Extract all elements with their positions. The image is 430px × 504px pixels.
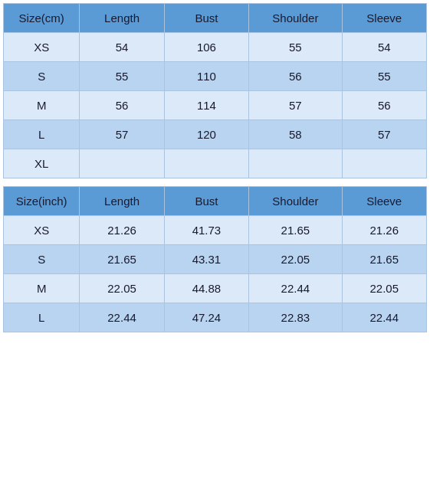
cm-cell-3-3: 58 bbox=[249, 120, 342, 149]
cm-cell-4-0: XL bbox=[4, 149, 80, 178]
cm-cell-2-0: M bbox=[4, 91, 80, 120]
cm-cell-3-1: 57 bbox=[80, 120, 164, 149]
inch-cell-3-1: 22.44 bbox=[80, 303, 164, 332]
cm-cell-4-1 bbox=[80, 149, 164, 178]
inch-cell-1-4: 21.65 bbox=[342, 245, 426, 274]
cm-cell-2-3: 57 bbox=[249, 91, 342, 120]
cm-cell-4-3 bbox=[249, 149, 342, 178]
inch-cell-1-1: 21.65 bbox=[80, 245, 164, 274]
cm-cell-1-1: 55 bbox=[80, 62, 164, 91]
inch-cell-3-4: 22.44 bbox=[342, 303, 426, 332]
inch-cell-3-0: L bbox=[4, 303, 80, 332]
inch-cell-2-2: 44.88 bbox=[164, 274, 248, 303]
cm-cell-2-2: 114 bbox=[164, 91, 248, 120]
cm-header-4: Sleeve bbox=[342, 4, 426, 33]
inch-cell-0-1: 21.26 bbox=[80, 216, 164, 245]
cm-cell-2-4: 56 bbox=[342, 91, 426, 120]
cm-cell-4-2 bbox=[164, 149, 248, 178]
cm-cell-0-1: 54 bbox=[80, 33, 164, 62]
inch-cell-1-2: 43.31 bbox=[164, 245, 248, 274]
inch-cell-0-0: XS bbox=[4, 216, 80, 245]
inch-cell-3-2: 47.24 bbox=[164, 303, 248, 332]
cm-cell-1-2: 110 bbox=[164, 62, 248, 91]
cm-cell-0-4: 54 bbox=[342, 33, 426, 62]
table-row: XS21.2641.7321.6521.26 bbox=[4, 216, 427, 245]
cm-header-row: Size(cm)LengthBustShoulderSleeve bbox=[4, 4, 427, 33]
inch-header-0: Size(inch) bbox=[4, 187, 80, 216]
table-row: S21.6543.3122.0521.65 bbox=[4, 245, 427, 274]
cm-header-1: Length bbox=[80, 4, 164, 33]
cm-cell-0-3: 55 bbox=[249, 33, 342, 62]
table-row: M22.0544.8822.4422.05 bbox=[4, 274, 427, 303]
cm-cell-3-2: 120 bbox=[164, 120, 248, 149]
inch-header-3: Shoulder bbox=[249, 187, 342, 216]
cm-cell-3-4: 57 bbox=[342, 120, 426, 149]
inch-cell-0-4: 21.26 bbox=[342, 216, 426, 245]
cm-cell-1-4: 55 bbox=[342, 62, 426, 91]
inch-cell-3-3: 22.83 bbox=[249, 303, 342, 332]
inch-cell-2-0: M bbox=[4, 274, 80, 303]
cm-cell-0-2: 106 bbox=[164, 33, 248, 62]
cm-cell-3-0: L bbox=[4, 120, 80, 149]
inch-cell-2-3: 22.44 bbox=[249, 274, 342, 303]
inch-table: Size(inch)LengthBustShoulderSleeve XS21.… bbox=[3, 186, 427, 332]
cm-cell-0-0: XS bbox=[4, 33, 80, 62]
cm-cell-2-1: 56 bbox=[80, 91, 164, 120]
inch-cell-2-4: 22.05 bbox=[342, 274, 426, 303]
page-wrapper: Size(cm)LengthBustShoulderSleeve XS54106… bbox=[3, 3, 427, 332]
inch-header-2: Bust bbox=[164, 187, 248, 216]
table-row: L571205857 bbox=[4, 120, 427, 149]
cm-cell-4-4 bbox=[342, 149, 426, 178]
inch-cell-1-3: 22.05 bbox=[249, 245, 342, 274]
table-row: XL bbox=[4, 149, 427, 178]
table-row: XS541065554 bbox=[4, 33, 427, 62]
inch-header-4: Sleeve bbox=[342, 187, 426, 216]
cm-cell-1-0: S bbox=[4, 62, 80, 91]
cm-header-2: Bust bbox=[164, 4, 248, 33]
cm-header-0: Size(cm) bbox=[4, 4, 80, 33]
inch-header-row: Size(inch)LengthBustShoulderSleeve bbox=[4, 187, 427, 216]
inch-header-1: Length bbox=[80, 187, 164, 216]
cm-header-3: Shoulder bbox=[249, 4, 342, 33]
cm-table: Size(cm)LengthBustShoulderSleeve XS54106… bbox=[3, 3, 427, 178]
table-row: M561145756 bbox=[4, 91, 427, 120]
table-row: S551105655 bbox=[4, 62, 427, 91]
inch-cell-0-2: 41.73 bbox=[164, 216, 248, 245]
inch-cell-1-0: S bbox=[4, 245, 80, 274]
cm-cell-1-3: 56 bbox=[249, 62, 342, 91]
table-row: L22.4447.2422.8322.44 bbox=[4, 303, 427, 332]
inch-cell-0-3: 21.65 bbox=[249, 216, 342, 245]
table-separator bbox=[3, 178, 427, 186]
inch-cell-2-1: 22.05 bbox=[80, 274, 164, 303]
